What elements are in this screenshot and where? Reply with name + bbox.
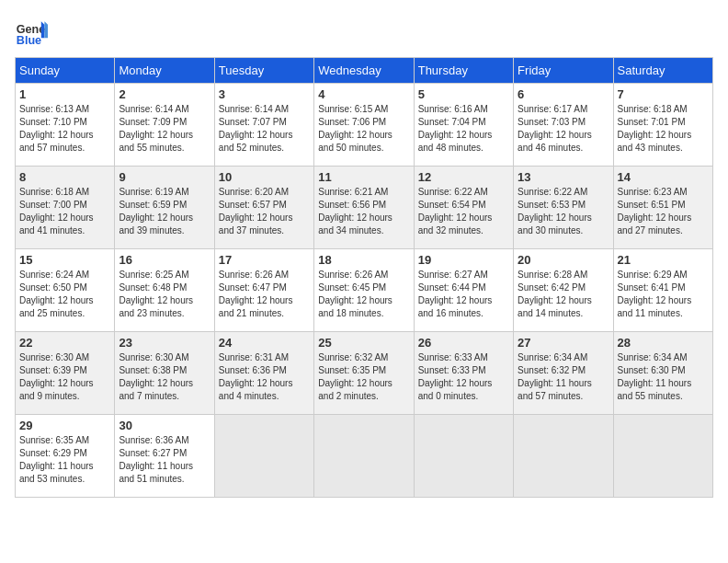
day-info: Sunrise: 6:14 AM Sunset: 7:09 PM Dayligh… bbox=[119, 103, 210, 155]
logo: General Blue bbox=[15, 15, 48, 48]
calendar-cell bbox=[514, 415, 613, 498]
day-info: Sunrise: 6:33 AM Sunset: 6:33 PM Dayligh… bbox=[418, 351, 509, 403]
day-info: Sunrise: 6:36 AM Sunset: 6:27 PM Dayligh… bbox=[119, 434, 210, 486]
calendar-cell: 14Sunrise: 6:23 AM Sunset: 6:51 PM Dayli… bbox=[613, 167, 712, 249]
day-number: 21 bbox=[618, 253, 709, 267]
day-number: 30 bbox=[119, 419, 210, 432]
calendar-cell: 6Sunrise: 6:17 AM Sunset: 7:03 PM Daylig… bbox=[514, 84, 613, 167]
day-info: Sunrise: 6:26 AM Sunset: 6:45 PM Dayligh… bbox=[318, 269, 409, 320]
day-info: Sunrise: 6:31 AM Sunset: 6:36 PM Dayligh… bbox=[219, 351, 310, 403]
calendar-row: 8Sunrise: 6:18 AM Sunset: 7:00 PM Daylig… bbox=[16, 167, 713, 249]
calendar-row: 1Sunrise: 6:13 AM Sunset: 7:10 PM Daylig… bbox=[16, 84, 713, 167]
calendar-cell bbox=[414, 415, 513, 498]
day-number: 17 bbox=[219, 253, 310, 267]
calendar-cell: 2Sunrise: 6:14 AM Sunset: 7:09 PM Daylig… bbox=[115, 84, 214, 167]
day-number: 5 bbox=[418, 87, 509, 101]
calendar-table: SundayMondayTuesdayWednesdayThursdayFrid… bbox=[15, 57, 713, 498]
weekday-header: Monday bbox=[115, 58, 214, 84]
day-info: Sunrise: 6:14 AM Sunset: 7:07 PM Dayligh… bbox=[219, 103, 310, 155]
calendar-cell: 26Sunrise: 6:33 AM Sunset: 6:33 PM Dayli… bbox=[414, 332, 513, 415]
day-number: 8 bbox=[19, 170, 110, 184]
calendar-cell: 20Sunrise: 6:28 AM Sunset: 6:42 PM Dayli… bbox=[514, 249, 613, 332]
calendar-cell: 30Sunrise: 6:36 AM Sunset: 6:27 PM Dayli… bbox=[115, 415, 214, 498]
logo-icon: General Blue bbox=[15, 15, 48, 48]
calendar-cell bbox=[314, 415, 414, 498]
weekday-header: Thursday bbox=[414, 58, 513, 84]
calendar-body: 1Sunrise: 6:13 AM Sunset: 7:10 PM Daylig… bbox=[16, 84, 713, 498]
calendar-cell: 12Sunrise: 6:22 AM Sunset: 6:54 PM Dayli… bbox=[414, 167, 513, 249]
day-info: Sunrise: 6:35 AM Sunset: 6:29 PM Dayligh… bbox=[19, 434, 110, 486]
day-number: 12 bbox=[418, 170, 509, 184]
calendar-cell: 1Sunrise: 6:13 AM Sunset: 7:10 PM Daylig… bbox=[16, 84, 115, 167]
day-number: 10 bbox=[219, 170, 310, 184]
day-info: Sunrise: 6:32 AM Sunset: 6:35 PM Dayligh… bbox=[318, 351, 409, 403]
day-info: Sunrise: 6:18 AM Sunset: 7:01 PM Dayligh… bbox=[618, 103, 709, 155]
calendar-cell: 29Sunrise: 6:35 AM Sunset: 6:29 PM Dayli… bbox=[16, 415, 115, 498]
day-info: Sunrise: 6:29 AM Sunset: 6:41 PM Dayligh… bbox=[618, 269, 709, 320]
day-number: 26 bbox=[418, 336, 509, 350]
weekday-row: SundayMondayTuesdayWednesdayThursdayFrid… bbox=[16, 58, 713, 84]
day-info: Sunrise: 6:28 AM Sunset: 6:42 PM Dayligh… bbox=[518, 269, 609, 320]
day-info: Sunrise: 6:17 AM Sunset: 7:03 PM Dayligh… bbox=[518, 103, 609, 155]
calendar-cell: 15Sunrise: 6:24 AM Sunset: 6:50 PM Dayli… bbox=[16, 249, 115, 332]
weekday-header: Wednesday bbox=[314, 58, 414, 84]
calendar-cell: 4Sunrise: 6:15 AM Sunset: 7:06 PM Daylig… bbox=[314, 84, 414, 167]
svg-text:Blue: Blue bbox=[17, 34, 41, 47]
day-number: 6 bbox=[518, 87, 609, 101]
day-number: 2 bbox=[119, 87, 210, 101]
day-number: 13 bbox=[518, 170, 609, 184]
calendar-cell bbox=[613, 415, 712, 498]
day-number: 29 bbox=[19, 419, 110, 432]
day-info: Sunrise: 6:24 AM Sunset: 6:50 PM Dayligh… bbox=[19, 269, 110, 320]
day-number: 9 bbox=[119, 170, 210, 184]
day-info: Sunrise: 6:23 AM Sunset: 6:51 PM Dayligh… bbox=[618, 186, 709, 237]
day-number: 18 bbox=[318, 253, 409, 267]
calendar-cell: 8Sunrise: 6:18 AM Sunset: 7:00 PM Daylig… bbox=[16, 167, 115, 249]
calendar-cell: 13Sunrise: 6:22 AM Sunset: 6:53 PM Dayli… bbox=[514, 167, 613, 249]
weekday-header: Friday bbox=[514, 58, 613, 84]
day-info: Sunrise: 6:30 AM Sunset: 6:39 PM Dayligh… bbox=[19, 351, 110, 403]
calendar-row: 29Sunrise: 6:35 AM Sunset: 6:29 PM Dayli… bbox=[16, 415, 713, 498]
calendar-cell: 11Sunrise: 6:21 AM Sunset: 6:56 PM Dayli… bbox=[314, 167, 414, 249]
day-number: 22 bbox=[19, 336, 110, 350]
calendar-cell: 23Sunrise: 6:30 AM Sunset: 6:38 PM Dayli… bbox=[115, 332, 214, 415]
calendar-cell: 24Sunrise: 6:31 AM Sunset: 6:36 PM Dayli… bbox=[214, 332, 313, 415]
weekday-header: Tuesday bbox=[214, 58, 313, 84]
calendar-cell: 16Sunrise: 6:25 AM Sunset: 6:48 PM Dayli… bbox=[115, 249, 214, 332]
calendar-cell: 22Sunrise: 6:30 AM Sunset: 6:39 PM Dayli… bbox=[16, 332, 115, 415]
calendar-row: 15Sunrise: 6:24 AM Sunset: 6:50 PM Dayli… bbox=[16, 249, 713, 332]
day-info: Sunrise: 6:19 AM Sunset: 6:59 PM Dayligh… bbox=[119, 186, 210, 237]
day-number: 20 bbox=[518, 253, 609, 267]
calendar-cell: 27Sunrise: 6:34 AM Sunset: 6:32 PM Dayli… bbox=[514, 332, 613, 415]
weekday-header: Sunday bbox=[16, 58, 115, 84]
day-info: Sunrise: 6:21 AM Sunset: 6:56 PM Dayligh… bbox=[318, 186, 409, 237]
day-info: Sunrise: 6:13 AM Sunset: 7:10 PM Dayligh… bbox=[19, 103, 110, 155]
day-info: Sunrise: 6:20 AM Sunset: 6:57 PM Dayligh… bbox=[219, 186, 310, 237]
day-number: 3 bbox=[219, 87, 310, 101]
day-number: 1 bbox=[19, 87, 110, 101]
calendar-header: SundayMondayTuesdayWednesdayThursdayFrid… bbox=[16, 58, 713, 84]
day-info: Sunrise: 6:15 AM Sunset: 7:06 PM Dayligh… bbox=[318, 103, 409, 155]
day-info: Sunrise: 6:34 AM Sunset: 6:32 PM Dayligh… bbox=[518, 351, 609, 403]
day-info: Sunrise: 6:22 AM Sunset: 6:53 PM Dayligh… bbox=[518, 186, 609, 237]
calendar-cell: 9Sunrise: 6:19 AM Sunset: 6:59 PM Daylig… bbox=[115, 167, 214, 249]
calendar-cell: 19Sunrise: 6:27 AM Sunset: 6:44 PM Dayli… bbox=[414, 249, 513, 332]
day-info: Sunrise: 6:22 AM Sunset: 6:54 PM Dayligh… bbox=[418, 186, 509, 237]
calendar-row: 22Sunrise: 6:30 AM Sunset: 6:39 PM Dayli… bbox=[16, 332, 713, 415]
day-info: Sunrise: 6:30 AM Sunset: 6:38 PM Dayligh… bbox=[119, 351, 210, 403]
calendar-cell: 21Sunrise: 6:29 AM Sunset: 6:41 PM Dayli… bbox=[613, 249, 712, 332]
day-number: 7 bbox=[618, 87, 709, 101]
calendar-cell: 3Sunrise: 6:14 AM Sunset: 7:07 PM Daylig… bbox=[214, 84, 313, 167]
day-info: Sunrise: 6:16 AM Sunset: 7:04 PM Dayligh… bbox=[418, 103, 509, 155]
day-info: Sunrise: 6:26 AM Sunset: 6:47 PM Dayligh… bbox=[219, 269, 310, 320]
day-number: 27 bbox=[518, 336, 609, 350]
day-number: 28 bbox=[618, 336, 709, 350]
day-number: 24 bbox=[219, 336, 310, 350]
day-number: 15 bbox=[19, 253, 110, 267]
calendar-cell: 28Sunrise: 6:34 AM Sunset: 6:30 PM Dayli… bbox=[613, 332, 712, 415]
day-info: Sunrise: 6:34 AM Sunset: 6:30 PM Dayligh… bbox=[618, 351, 709, 403]
calendar-cell bbox=[214, 415, 313, 498]
day-info: Sunrise: 6:25 AM Sunset: 6:48 PM Dayligh… bbox=[119, 269, 210, 320]
page-header: General Blue bbox=[15, 15, 713, 48]
day-number: 23 bbox=[119, 336, 210, 350]
